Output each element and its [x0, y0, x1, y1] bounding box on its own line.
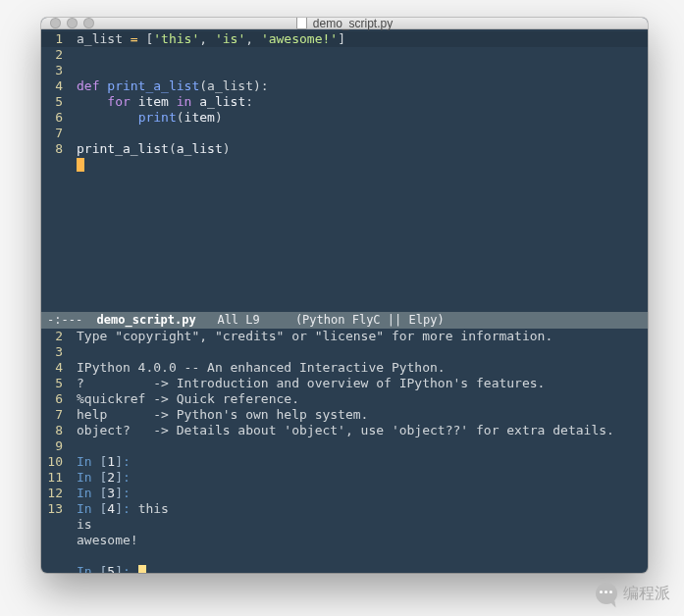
code-token: print_a_list [77, 141, 169, 156]
code-token: ) [215, 110, 223, 125]
code-token [77, 110, 138, 125]
code-token: for [107, 94, 137, 109]
watermark: 编程派 [596, 583, 670, 604]
close-icon[interactable] [50, 18, 61, 28]
repl-content[interactable]: In [2]: [71, 470, 648, 486]
ipython-prompt: In [3]: [77, 486, 138, 500]
editor-window: demo_script.py 1a_list = ['this', 'is', … [41, 18, 648, 573]
repl-line[interactable]: 5? -> Introduction and overview of IPyth… [41, 376, 648, 391]
line-number: 7 [41, 126, 71, 141]
repl-content[interactable]: In [5]: [71, 564, 648, 573]
repl-line[interactable]: 4IPython 4.0.0 -- An enhanced Interactiv… [41, 360, 648, 376]
line-number: 10 [41, 454, 71, 470]
code-content[interactable] [71, 126, 648, 141]
repl-text: ? -> Introduction and overview of IPytho… [77, 376, 545, 390]
repl-line[interactable]: 10In [1]: [41, 454, 648, 470]
repl-text: awesome! [77, 533, 138, 547]
code-token: , [199, 31, 215, 46]
code-token: ( [199, 78, 207, 93]
code-line[interactable]: 1a_list = ['this', 'is', 'awesome!'] [41, 31, 648, 47]
window-controls [41, 18, 94, 28]
ipython-prompt: In [2]: [77, 470, 138, 485]
minimize-icon[interactable] [67, 18, 78, 28]
code-line[interactable]: 7 [41, 126, 648, 141]
repl-line[interactable]: 3 [41, 344, 648, 360]
repl-content[interactable]: In [3]: [71, 486, 648, 501]
repl-line[interactable]: 12In [3]: [41, 486, 648, 501]
repl-content[interactable] [71, 438, 648, 454]
code-content[interactable] [71, 63, 648, 78]
code-token: print_a_list [107, 78, 199, 93]
document-icon [296, 18, 307, 29]
repl-content[interactable] [71, 344, 648, 360]
line-number [41, 533, 71, 548]
line-number: 3 [41, 344, 71, 360]
code-token [123, 31, 131, 46]
code-line[interactable]: 4def print_a_list(a_list): [41, 78, 648, 94]
repl-content[interactable]: IPython 4.0.0 -- An enhanced Interactive… [71, 360, 648, 376]
code-token: 'this' [153, 31, 199, 46]
repl-content[interactable]: In [4]: this [71, 501, 648, 517]
repl-text: help -> Python's own help system. [77, 407, 368, 422]
line-number: 7 [41, 407, 71, 423]
repl-line[interactable]: 7help -> Python's own help system. [41, 407, 648, 423]
line-number [41, 564, 71, 573]
titlebar[interactable]: demo_script.py [41, 18, 648, 29]
repl-line[interactable]: is [41, 517, 648, 533]
repl-content[interactable]: Type "copyright", "credits" or "license"… [71, 329, 648, 344]
repl-text: object? -> Details about 'object', use '… [77, 423, 614, 437]
ipython-prompt: In [5]: [77, 564, 138, 573]
repl-line[interactable]: 13In [4]: this [41, 501, 648, 517]
modeline-modes: (Python FlyC || Elpy) [295, 313, 445, 327]
code-content[interactable]: def print_a_list(a_list): [71, 78, 648, 94]
line-number: 3 [41, 63, 71, 78]
code-content[interactable]: print(item) [71, 110, 648, 126]
code-token: 'awesome!' [261, 31, 338, 46]
watermark-text: 编程派 [623, 584, 670, 604]
repl-line[interactable]: 9 [41, 438, 648, 454]
code-token: 'is' [215, 31, 245, 46]
repl-content[interactable]: awesome! [71, 533, 648, 548]
repl-content[interactable] [71, 548, 648, 564]
line-number: 11 [41, 470, 71, 486]
code-token: a_list [77, 31, 123, 46]
repl-content[interactable]: %quickref -> Quick reference. [71, 391, 648, 407]
repl-content[interactable]: is [71, 517, 648, 533]
repl-line[interactable]: 8object? -> Details about 'object', use … [41, 423, 648, 438]
modeline-position: All L9 [196, 313, 295, 327]
line-number: 8 [41, 141, 71, 157]
code-pane-top[interactable]: 1a_list = ['this', 'is', 'awesome!']234d… [41, 29, 648, 312]
code-token: a_list [199, 94, 245, 109]
repl-content[interactable]: ? -> Introduction and overview of IPytho… [71, 376, 648, 391]
code-line[interactable]: 5 for item in a_list: [41, 94, 648, 110]
code-token: ) [223, 141, 231, 156]
zoom-icon[interactable] [83, 18, 94, 28]
line-number: 5 [41, 94, 71, 110]
code-line[interactable]: 3 [41, 63, 648, 78]
repl-line[interactable]: In [5]: [41, 564, 648, 573]
line-number: 6 [41, 391, 71, 407]
code-token [77, 94, 107, 109]
code-line[interactable]: 6 print(item) [41, 110, 648, 126]
repl-content[interactable]: In [1]: [71, 454, 648, 470]
repl-line[interactable]: 11In [2]: [41, 470, 648, 486]
line-number: 6 [41, 110, 71, 126]
repl-line[interactable]: 6%quickref -> Quick reference. [41, 391, 648, 407]
code-content[interactable]: a_list = ['this', 'is', 'awesome!'] [71, 31, 648, 47]
code-line[interactable]: 8print_a_list(a_list) [41, 141, 648, 157]
repl-line[interactable]: awesome! [41, 533, 648, 548]
repl-line[interactable]: 2Type "copyright", "credits" or "license… [41, 329, 648, 344]
line-number: 9 [41, 438, 71, 454]
code-content[interactable]: print_a_list(a_list) [71, 141, 648, 157]
code-line[interactable]: 2 [41, 47, 648, 63]
code-token: ] [338, 31, 345, 46]
repl-content[interactable]: help -> Python's own help system. [71, 407, 648, 423]
code-content[interactable]: for item in a_list: [71, 94, 648, 110]
line-number: 8 [41, 423, 71, 438]
repl-content[interactable]: object? -> Details about 'object', use '… [71, 423, 648, 438]
code-token: = [131, 31, 138, 46]
repl-text: Type "copyright", "credits" or "license"… [77, 329, 552, 343]
repl-pane[interactable]: 2Type "copyright", "credits" or "license… [41, 329, 648, 573]
code-content[interactable] [71, 47, 648, 63]
repl-line[interactable] [41, 548, 648, 564]
